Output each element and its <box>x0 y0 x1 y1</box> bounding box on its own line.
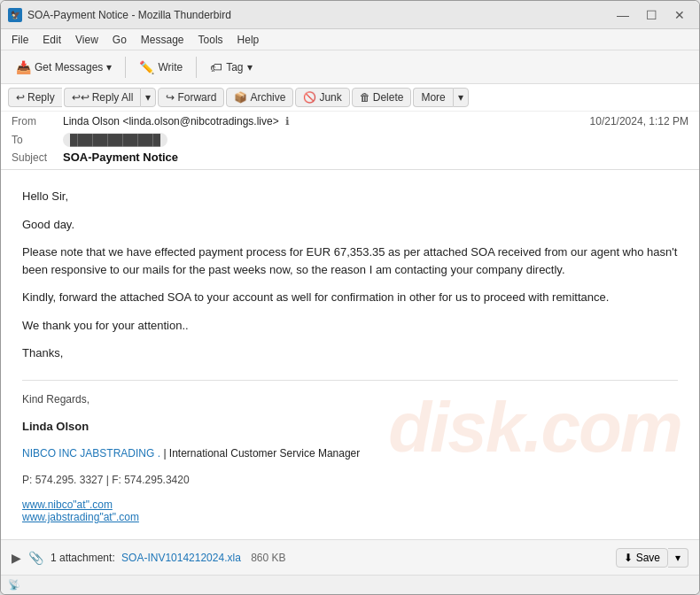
connection-icon: 📡 <box>8 579 20 591</box>
attachment-info: 1 attachment: SOA-INV1014212024.xla 860 … <box>51 552 609 564</box>
email-date: 10/21/2024, 1:12 PM <box>590 115 688 128</box>
minimize-button[interactable]: — <box>611 6 635 24</box>
tag-label: Tag <box>226 61 243 73</box>
sig-regards: Kind Regards, <box>22 391 678 407</box>
status-bar: 📡 <box>1 575 699 594</box>
toolbar-divider-1 <box>125 57 126 78</box>
menu-file[interactable]: File <box>4 32 35 48</box>
subject-text: SOA-Payment Notice <box>63 151 178 164</box>
reply-button[interactable]: ↩ Reply <box>8 88 62 107</box>
write-icon: ✏️ <box>139 60 154 74</box>
archive-icon: 📦 <box>234 91 247 104</box>
archive-button[interactable]: 📦 Archive <box>226 88 293 107</box>
attachment-size: 860 KB <box>251 552 285 564</box>
save-main-button[interactable]: ⬇ Save <box>616 548 668 568</box>
junk-button[interactable]: 🚫 Junk <box>295 88 349 107</box>
sig-role: International Customer Service Manager <box>169 447 360 460</box>
tag-icon: 🏷 <box>210 60 222 74</box>
forward-button[interactable]: ↪ Forward <box>158 88 224 107</box>
menu-message[interactable]: Message <box>134 32 191 48</box>
header-toolbar: ↩ Reply ↩↩ Reply All ▾ ↪ Forward 📦 Archi… <box>1 84 699 112</box>
junk-icon: 🚫 <box>303 91 316 104</box>
to-row: To ████████████ <box>1 131 699 149</box>
menu-tools[interactable]: Tools <box>191 32 230 48</box>
attachment-icon: 📎 <box>28 551 43 565</box>
to-label: To <box>12 134 56 146</box>
line1: Good day. <box>22 216 678 234</box>
more-dropdown-button[interactable]: ▾ <box>453 88 469 107</box>
subject-label: Subject <box>12 151 56 164</box>
title-bar: 🦅 SOA-Payment Notice - Mozilla Thunderbi… <box>1 1 699 29</box>
more-button[interactable]: More <box>413 88 452 107</box>
sig-link2[interactable]: www.jabstrading"at".com <box>22 511 678 523</box>
forward-label: Forward <box>177 91 216 104</box>
to-address: ████████████ <box>63 133 167 147</box>
menu-edit[interactable]: Edit <box>35 32 68 48</box>
reply-label: Reply <box>27 91 55 104</box>
archive-label: Archive <box>250 91 285 104</box>
sender-info-icon[interactable]: ℹ <box>285 115 290 128</box>
reply-all-dropdown-button[interactable]: ▾ <box>140 88 156 107</box>
get-messages-button[interactable]: 📥 Get Messages ▾ <box>8 56 120 79</box>
from-email: linda.olson@nibcotradings.live <box>128 115 272 128</box>
menu-bar: File Edit View Go Message Tools Help <box>1 29 699 50</box>
save-icon: ⬇ <box>624 552 633 564</box>
get-messages-label: Get Messages <box>35 61 103 73</box>
sig-phone: P: 574.295. 3327 | F: 574.295.3420 <box>22 472 678 488</box>
menu-view[interactable]: View <box>68 32 105 48</box>
from-name: Linda Olson <box>63 115 120 128</box>
line5: Thanks, <box>22 344 678 362</box>
main-window: 🦅 SOA-Payment Notice - Mozilla Thunderbi… <box>0 0 700 595</box>
tag-button[interactable]: 🏷 Tag ▾ <box>202 56 260 79</box>
attachment-bar: ▶ 📎 1 attachment: SOA-INV1014212024.xla … <box>1 539 699 575</box>
write-button[interactable]: ✏️ Write <box>131 56 191 79</box>
from-value: Linda Olson <linda.olson@nibcotradings.l… <box>63 115 583 128</box>
junk-label: Junk <box>319 91 341 104</box>
email-signature: Kind Regards, Linda Olson NIBCO INC JABS… <box>22 380 678 524</box>
delete-button[interactable]: 🗑 Delete <box>352 88 412 107</box>
main-toolbar: 📥 Get Messages ▾ ✏️ Write 🏷 Tag ▾ <box>1 50 699 84</box>
delete-icon: 🗑 <box>360 91 370 104</box>
write-label: Write <box>158 61 183 73</box>
save-split-button: ⬇ Save ▾ <box>616 548 688 568</box>
reply-all-label: Reply All <box>92 91 134 104</box>
greeting: Hello Sir, <box>22 188 678 205</box>
menu-help[interactable]: Help <box>230 32 267 48</box>
save-label: Save <box>636 552 660 564</box>
delete-label: Delete <box>373 91 404 104</box>
email-header: ↩ Reply ↩↩ Reply All ▾ ↪ Forward 📦 Archi… <box>1 84 699 170</box>
reply-all-split-button: ↩↩ Reply All ▾ <box>64 88 157 107</box>
attachment-filename[interactable]: SOA-INV1014212024.xla <box>121 552 241 564</box>
line2: Please note that we have effected paymen… <box>22 243 678 278</box>
tag-dropdown-icon: ▾ <box>247 61 253 73</box>
attachment-expand-icon[interactable]: ▶ <box>12 551 21 565</box>
window-title: SOA-Payment Notice - Mozilla Thunderbird <box>27 9 611 21</box>
sig-company: NIBCO INC JABSTRADING . <box>22 447 160 460</box>
close-button[interactable]: ✕ <box>667 6 692 24</box>
menu-go[interactable]: Go <box>105 32 134 48</box>
from-label: From <box>12 115 56 128</box>
window-controls: — ☐ ✕ <box>611 6 692 24</box>
subject-row: Subject SOA-Payment Notice <box>1 149 699 169</box>
sig-name: Linda Olson <box>22 418 678 436</box>
reply-all-button[interactable]: ↩↩ Reply All <box>64 88 141 107</box>
toolbar-divider-2 <box>196 57 197 78</box>
line4: We thank you for your attention.. <box>22 317 678 335</box>
more-label: More <box>421 91 445 104</box>
app-icon: 🦅 <box>8 8 22 22</box>
save-dropdown-button[interactable]: ▾ <box>668 548 688 568</box>
sig-link1[interactable]: www.nibco"at".com <box>22 498 678 511</box>
email-body: disk.com Hello Sir, Good day. Please not… <box>1 170 699 539</box>
sig-company-line: NIBCO INC JABSTRADING . | International … <box>22 445 678 461</box>
line3: Kindly, forward the attached SOA to your… <box>22 289 678 306</box>
from-row: From Linda Olson <linda.olson@nibcotradi… <box>1 112 699 131</box>
maximize-button[interactable]: ☐ <box>639 6 664 24</box>
more-split-button: More ▾ <box>413 88 468 107</box>
reply-all-icon: ↩↩ <box>72 91 89 104</box>
attachment-count: 1 attachment: <box>51 552 115 564</box>
get-messages-icon: 📥 <box>16 60 31 74</box>
reply-icon: ↩ <box>16 91 25 104</box>
reply-split-button: ↩ Reply <box>8 88 62 107</box>
forward-icon: ↪ <box>166 91 175 104</box>
get-messages-dropdown-icon: ▾ <box>106 61 112 73</box>
